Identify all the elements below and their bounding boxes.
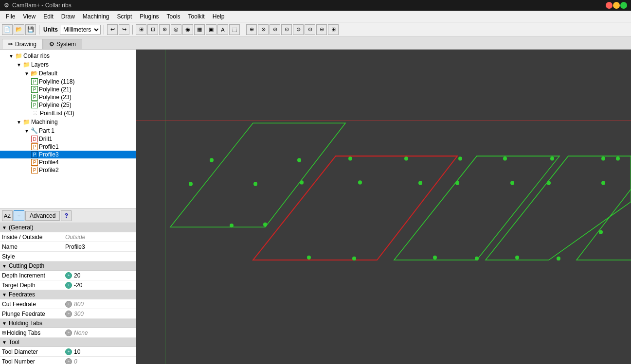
prop-inside-outside[interactable]: Inside / Outside Outside	[0, 232, 136, 242]
prop-style-row[interactable]: Style	[0, 252, 136, 261]
prop-value[interactable]: + 300	[63, 309, 136, 318]
menu-file[interactable]: File	[2, 12, 19, 21]
tool3-button[interactable]: ◉	[182, 24, 193, 35]
sort-alpha-button[interactable]: AZ	[2, 210, 13, 221]
prop-value[interactable]: + -20	[63, 280, 136, 290]
prop-value[interactable]: + None	[63, 328, 136, 337]
menu-edit[interactable]: Edit	[39, 12, 57, 21]
section-cutting-depth[interactable]: ▼ Cutting Depth	[0, 261, 136, 271]
section-holding-tabs[interactable]: ▼ Holding Tabs	[0, 319, 136, 328]
section-toggle[interactable]: ▼	[2, 263, 7, 269]
menu-script[interactable]: Script	[113, 12, 136, 21]
tree-item-layers[interactable]: ▼ 📁 Layers	[0, 60, 136, 69]
undo-button[interactable]: ↩	[107, 24, 118, 35]
expand-icon[interactable]: ▼	[16, 119, 22, 125]
menu-machining[interactable]: Machining	[79, 12, 113, 21]
tree-item-polyline25[interactable]: P Polyline (25)	[0, 101, 136, 109]
advanced-button[interactable]: Advanced	[25, 211, 60, 221]
snap-button[interactable]: ⊡	[147, 24, 158, 35]
tree-item-profile1[interactable]: P Profile1	[0, 143, 136, 151]
new-button[interactable]: 📄	[2, 24, 13, 35]
tree-item-collar-ribs[interactable]: ▼ 📁 Collar ribs	[0, 52, 136, 60]
tool8-button[interactable]: ⊕	[246, 24, 257, 35]
profile-icon: P	[31, 159, 38, 166]
tree-item-polyline21[interactable]: P Polyline (21)	[0, 86, 136, 93]
project-tree[interactable]: ▼ 📁 Collar ribs ▼ 📁 Layers ▼ 📂 Default	[0, 50, 136, 208]
sort-cat-button[interactable]: ≡	[14, 210, 24, 221]
tool1-button[interactable]: ⊛	[159, 24, 170, 35]
menu-draw[interactable]: Draw	[57, 12, 79, 21]
tool13-button[interactable]: ⊜	[305, 24, 315, 35]
prop-icon: +	[65, 329, 72, 336]
expand-icon[interactable]: ▼	[8, 52, 15, 59]
prop-value[interactable]: + 0	[63, 357, 136, 364]
prop-value[interactable]: + 800	[63, 299, 136, 309]
tool11-button[interactable]: ⊙	[281, 24, 292, 35]
prop-depth-increment[interactable]: Depth Increment + 20	[0, 271, 136, 280]
prop-tool-number[interactable]: Tool Number + 0	[0, 357, 136, 364]
section-general[interactable]: ▼ (General)	[0, 223, 136, 232]
prop-value[interactable]: Profile3	[63, 242, 136, 251]
menu-view[interactable]: View	[19, 12, 39, 21]
open-button[interactable]: 📂	[14, 24, 24, 35]
help-button[interactable]: ?	[61, 210, 72, 221]
tree-item-polyline118[interactable]: P Polyline (118)	[0, 78, 136, 86]
expand-icon[interactable]: ▼	[23, 70, 30, 77]
section-toggle[interactable]: ▼	[2, 225, 7, 230]
tree-item-pointlist43[interactable]: ⁙ PointList (43)	[0, 109, 136, 118]
redo-button[interactable]: ↪	[119, 24, 129, 35]
expand-icon[interactable]: ▼	[16, 61, 22, 68]
prop-val-text: 300	[74, 311, 84, 317]
section-toggle[interactable]: ▼	[2, 292, 7, 297]
prop-cut-feedrate[interactable]: Cut Feedrate + 800	[0, 299, 136, 309]
svg-point-15	[307, 256, 311, 260]
units-select[interactable]: Millimeters Inches	[60, 25, 101, 35]
tool10-button[interactable]: ⊘	[270, 24, 280, 35]
menu-toolkit[interactable]: Toolkit	[184, 12, 209, 21]
holding-tabs-expand[interactable]: ⊞	[2, 330, 6, 335]
tab-drawing[interactable]: ✏ Drawing	[2, 39, 43, 49]
menu-help[interactable]: Help	[209, 12, 229, 21]
section-tool[interactable]: ▼ Tool	[0, 338, 136, 347]
tree-item-machining[interactable]: ▼ 📁 Machining	[0, 118, 136, 126]
tool6-button[interactable]: A	[217, 24, 228, 35]
tool14-button[interactable]: ⊝	[316, 24, 327, 35]
prop-value[interactable]	[63, 252, 136, 261]
prop-holding-tabs[interactable]: ⊞ Holding Tabs + None	[0, 328, 136, 338]
section-toggle[interactable]: ▼	[2, 321, 7, 326]
section-feedrates[interactable]: ▼ Feedrates	[0, 290, 136, 299]
prop-value[interactable]: + 10	[63, 347, 136, 356]
canvas-area[interactable]	[136, 50, 631, 364]
save-button[interactable]: 💾	[25, 24, 36, 35]
tool15-button[interactable]: ⊞	[328, 24, 339, 35]
menu-plugins[interactable]: Plugins	[136, 12, 162, 21]
tool7-button[interactable]: ⬚	[229, 24, 240, 35]
maximize-button[interactable]	[620, 2, 627, 9]
menu-tools[interactable]: Tools	[163, 12, 184, 21]
tool9-button[interactable]: ⊗	[258, 24, 269, 35]
tool12-button[interactable]: ⊚	[293, 24, 304, 35]
tree-item-drill1[interactable]: D Drill1	[0, 135, 136, 143]
tree-item-profile3[interactable]: P Profile3	[0, 151, 136, 158]
close-button[interactable]	[606, 2, 613, 9]
prop-target-depth[interactable]: Target Depth + -20	[0, 280, 136, 290]
expand-icon[interactable]: ▼	[23, 127, 30, 134]
svg-point-11	[300, 180, 304, 184]
prop-name-row[interactable]: Name Profile3	[0, 242, 136, 252]
minimize-button[interactable]	[613, 2, 620, 9]
tool4-button[interactable]: ▦	[194, 24, 205, 35]
tool5-button[interactable]: ▣	[206, 24, 216, 35]
tree-item-polyline23[interactable]: P Polyline (23)	[0, 93, 136, 101]
prop-value[interactable]: Outside	[63, 232, 136, 242]
prop-plunge-feedrate[interactable]: Plunge Feedrate + 300	[0, 309, 136, 319]
tree-item-part1[interactable]: ▼ 🔧 Part 1	[0, 126, 136, 135]
tree-item-profile4[interactable]: P Profile4	[0, 158, 136, 166]
tree-item-default[interactable]: ▼ 📂 Default	[0, 69, 136, 78]
section-toggle[interactable]: ▼	[2, 340, 7, 345]
tab-system[interactable]: ⚙ System	[43, 39, 82, 49]
grid-button[interactable]: ⊞	[136, 24, 146, 35]
tree-item-profile2[interactable]: P Profile2	[0, 166, 136, 174]
prop-value[interactable]: + 20	[63, 271, 136, 280]
prop-tool-diameter[interactable]: Tool Diameter + 10	[0, 347, 136, 357]
tool2-button[interactable]: ◎	[171, 24, 181, 35]
